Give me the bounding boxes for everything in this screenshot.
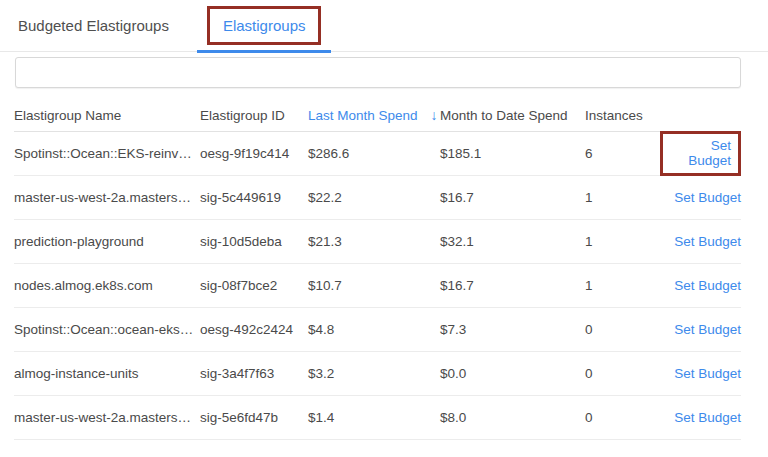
table-row: prediction-playground sig-10d5deba $21.3…: [14, 220, 741, 264]
cell-elastigroup-id: sig-5e6fd47b: [200, 410, 308, 425]
cell-last-month-spend: $4.8: [308, 322, 440, 337]
table-row: Spotinst::Ocean::EKS-reinv… oesg-9f19c41…: [14, 132, 741, 176]
cell-instances: 0: [585, 366, 660, 381]
cell-month-to-date-spend: $185.1: [440, 146, 585, 161]
cell-instances: 1: [585, 278, 660, 293]
cell-elastigroup-name: master-us-west-2a.masters…: [14, 410, 200, 425]
table-row: almog-instance-units sig-3a4f7f63 $3.2 $…: [14, 352, 741, 396]
cell-elastigroup-name: Spotinst::Ocean::EKS-reinv…: [14, 146, 200, 161]
set-budget-link[interactable]: Set Budget: [674, 278, 741, 293]
header-elastigroup-id[interactable]: Elastigroup ID: [200, 108, 308, 123]
header-month-to-date-spend[interactable]: Month to Date Spend: [440, 108, 585, 123]
cell-last-month-spend: $286.6: [308, 146, 440, 161]
header-label: Last Month Spend: [308, 108, 418, 123]
cell-month-to-date-spend: $0.0: [440, 366, 585, 381]
table-row: master-us-west-2a.masters… sig-5e6fd47b …: [14, 396, 741, 440]
cell-instances: 6: [585, 146, 660, 161]
tab-budgeted-elastigroups[interactable]: Budgeted Elastigroups: [18, 0, 169, 51]
cell-elastigroup-id: sig-5c449619: [200, 190, 308, 205]
cell-elastigroup-id: sig-10d5deba: [200, 234, 308, 249]
annotation-box-set-budget: Set Budget: [660, 131, 741, 176]
set-budget-link[interactable]: Set Budget: [674, 322, 741, 337]
cell-month-to-date-spend: $7.3: [440, 322, 585, 337]
table-row: nodes.almog.ek8s.com sig-08f7bce2 $10.7 …: [14, 264, 741, 308]
tab-label: Budgeted Elastigroups: [18, 17, 169, 34]
set-budget-link[interactable]: Set Budget: [674, 366, 741, 381]
header-last-month-spend[interactable]: Last Month Spend ↓: [308, 107, 440, 123]
set-budget-link[interactable]: Set Budget: [688, 138, 731, 168]
cell-elastigroup-name: nodes.almog.ek8s.com: [14, 278, 200, 293]
cell-elastigroup-name: master-us-west-2a.masters…: [14, 190, 200, 205]
cell-month-to-date-spend: $16.7: [440, 190, 585, 205]
set-budget-link[interactable]: Set Budget: [674, 234, 741, 249]
cell-last-month-spend: $21.3: [308, 234, 440, 249]
cell-last-month-spend: $3.2: [308, 366, 440, 381]
cell-instances: 0: [585, 410, 660, 425]
tab-elastigroups[interactable]: Elastigroups: [197, 0, 332, 51]
cell-elastigroup-id: sig-3a4f7f63: [200, 366, 308, 381]
cell-last-month-spend: $10.7: [308, 278, 440, 293]
active-tab-underline: [197, 50, 332, 53]
sort-descending-icon[interactable]: ↓: [431, 107, 438, 123]
table-row: Spotinst::Ocean::ocean-eks… oesg-492c242…: [14, 308, 741, 352]
cell-elastigroup-name: Spotinst::Ocean::ocean-eks…: [14, 322, 200, 337]
cell-instances: 1: [585, 234, 660, 249]
cell-elastigroup-name: prediction-playground: [14, 234, 200, 249]
filter-input[interactable]: [15, 57, 741, 88]
table-header-row: Elastigroup Name Elastigroup ID Last Mon…: [14, 99, 741, 132]
set-budget-link[interactable]: Set Budget: [674, 410, 741, 425]
cell-month-to-date-spend: $16.7: [440, 278, 585, 293]
cell-elastigroup-id: oesg-9f19c414: [200, 146, 308, 161]
cell-elastigroup-id: sig-08f7bce2: [200, 278, 308, 293]
tab-bar: Budgeted Elastigroups Elastigroups: [0, 0, 768, 52]
tab-label: Elastigroups: [223, 17, 306, 34]
set-budget-link[interactable]: Set Budget: [674, 190, 741, 205]
cell-elastigroup-id: oesg-492c2424: [200, 322, 308, 337]
elastigroups-table: Elastigroup Name Elastigroup ID Last Mon…: [14, 99, 741, 440]
cell-month-to-date-spend: $32.1: [440, 234, 585, 249]
cell-last-month-spend: $1.4: [308, 410, 440, 425]
header-elastigroup-name[interactable]: Elastigroup Name: [14, 108, 200, 123]
filter-bar: [0, 52, 768, 88]
cell-instances: 1: [585, 190, 660, 205]
table-row: master-us-west-2a.masters… sig-5c449619 …: [14, 176, 741, 220]
cell-instances: 0: [585, 322, 660, 337]
cell-month-to-date-spend: $8.0: [440, 410, 585, 425]
cell-elastigroup-name: almog-instance-units: [14, 366, 200, 381]
annotation-box-tab: Elastigroups: [207, 6, 322, 45]
cell-last-month-spend: $22.2: [308, 190, 440, 205]
header-instances[interactable]: Instances: [585, 108, 660, 123]
